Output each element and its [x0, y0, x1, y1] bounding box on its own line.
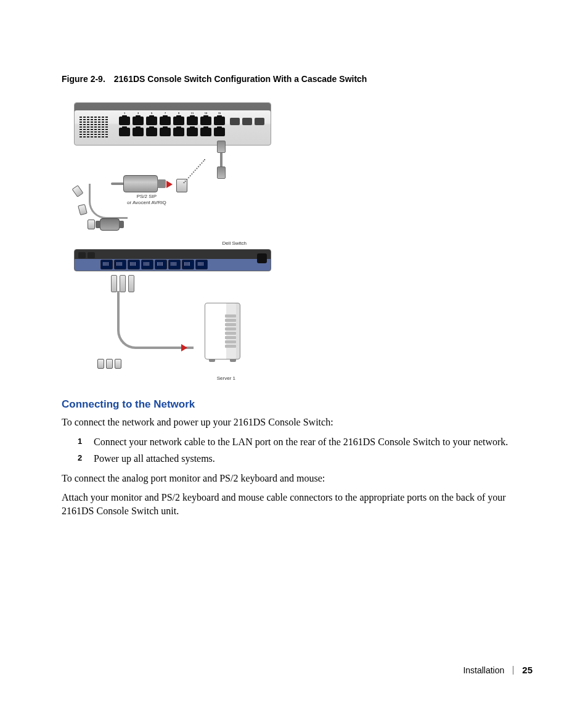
sip-dongle-label: PS/2 SIP or Avocent AVRIQ [127, 194, 166, 206]
figure-number: Figure 2-9. [62, 74, 105, 84]
figure-diagram: 13579111315 [74, 102, 271, 374]
ps2-plug-icon [88, 220, 95, 229]
sip-dongle-icon [123, 175, 158, 192]
section-heading: Connecting to the Network [62, 398, 533, 411]
page-number: 25 [522, 665, 533, 675]
footer-separator [513, 666, 513, 675]
arrow-icon [181, 344, 187, 351]
server-tower-icon [205, 303, 240, 359]
cascade-switch-icon [74, 249, 271, 271]
kvm-console-plugs [111, 275, 134, 292]
ps2-plug-icon [71, 185, 83, 197]
intro-paragraph: To connect the network and power up your… [62, 416, 533, 429]
server-label: Server 1 [217, 376, 235, 381]
body-paragraph: To connect the analog port monitor and P… [62, 472, 533, 485]
figure-caption: Figure 2-9.2161DS Console Switch Configu… [62, 74, 533, 84]
body-paragraph: Attach your monitor and PS/2 keyboard an… [62, 491, 533, 517]
figure-title: 2161DS Console Switch Configuration With… [114, 74, 367, 84]
rj45-ports [119, 117, 225, 136]
arrow-icon [166, 181, 173, 188]
vga-connector-icon [100, 218, 120, 231]
step-item: Power up all attached systems. [78, 452, 533, 466]
ps2-plug-icon [78, 204, 88, 216]
cat5-cable-icon [217, 141, 226, 179]
sip-dongle-area: PS/2 SIP or Avocent AVRIQ Dell Switch [74, 175, 271, 231]
steps-list: Connect your network cable to the LAN po… [78, 435, 533, 466]
dell-switch-label: Dell Switch [222, 240, 247, 246]
step-item: Connect your network cable to the LAN po… [78, 435, 533, 449]
ps2-plugs-icon [97, 359, 121, 369]
console-switch-icon: 13579111315 [74, 102, 271, 146]
page-footer: Installation 25 [463, 665, 533, 675]
server-cabling-area: Server 1 [74, 275, 271, 374]
port-labels: 13579111315 [119, 112, 225, 115]
footer-section: Installation [463, 665, 504, 675]
